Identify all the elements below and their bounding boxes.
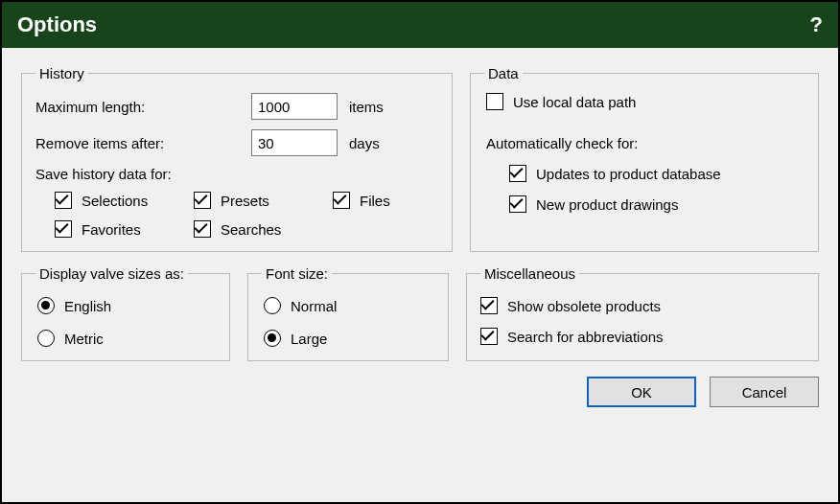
normal-radio[interactable]: Normal — [264, 297, 434, 314]
history-group: History Maximum length: items Remove ite… — [21, 65, 453, 252]
auto-check-label: Automatically check for: — [486, 135, 805, 151]
use-local-checkbox[interactable]: Use local data path — [486, 93, 805, 110]
updates-label: Updates to product database — [536, 166, 721, 182]
checkbox-icon — [480, 297, 498, 314]
display-radio-list: English Metric — [35, 293, 216, 347]
radio-icon — [37, 297, 55, 314]
titlebar: Options ? — [2, 2, 838, 48]
obsolete-label: Show obsolete products — [507, 298, 661, 314]
remove-after-input[interactable] — [251, 129, 338, 156]
radio-icon — [264, 297, 281, 314]
ok-button[interactable]: OK — [587, 377, 696, 407]
save-history-label: Save history data for: — [35, 166, 438, 182]
display-group: Display valve sizes as: English Metric — [21, 265, 230, 361]
use-local-label: Use local data path — [513, 94, 636, 110]
metric-label: Metric — [64, 331, 104, 347]
remove-after-row: Remove items after: days — [35, 129, 438, 156]
abbrev-label: Search for abbreviations — [507, 329, 664, 345]
button-bar: OK Cancel — [21, 377, 819, 407]
font-radio-list: Normal Large — [262, 293, 434, 347]
checkbox-icon — [333, 192, 350, 209]
drawings-checkbox[interactable]: New product drawings — [509, 195, 805, 213]
radio-icon — [264, 330, 281, 347]
save-history-checkboxes: Selections Presets Files Favorites Searc… — [35, 192, 438, 238]
selections-checkbox[interactable]: Selections — [55, 192, 194, 209]
max-length-input[interactable] — [251, 93, 338, 120]
remove-after-label: Remove items after: — [35, 135, 251, 151]
files-label: Files — [360, 193, 390, 209]
auto-check-list: Updates to product database New product … — [486, 165, 805, 213]
radio-icon — [37, 330, 55, 347]
history-legend: History — [35, 65, 88, 81]
max-length-label: Maximum length: — [35, 99, 251, 115]
misc-checkboxes: Show obsolete products Search for abbrev… — [480, 293, 805, 345]
updates-checkbox[interactable]: Updates to product database — [509, 165, 805, 182]
selections-label: Selections — [82, 193, 148, 209]
normal-label: Normal — [291, 298, 337, 314]
max-length-unit: items — [349, 99, 384, 115]
abbrev-checkbox[interactable]: Search for abbreviations — [480, 328, 805, 345]
drawings-label: New product drawings — [536, 196, 678, 213]
large-label: Large — [291, 331, 327, 347]
top-row: History Maximum length: items Remove ite… — [21, 65, 819, 252]
checkbox-icon — [55, 192, 72, 209]
english-radio[interactable]: English — [37, 297, 216, 314]
checkbox-icon — [486, 93, 503, 110]
misc-group: Miscellaneous Show obsolete products Sea… — [466, 265, 819, 361]
checkbox-icon — [480, 328, 498, 345]
metric-radio[interactable]: Metric — [37, 330, 216, 347]
display-legend: Display valve sizes as: — [35, 265, 188, 282]
searches-label: Searches — [221, 221, 281, 238]
large-radio[interactable]: Large — [264, 330, 434, 347]
data-group: Data Use local data path Automatically c… — [470, 65, 819, 252]
font-group: Font size: Normal Large — [247, 265, 449, 361]
window-title: Options — [17, 12, 97, 37]
presets-checkbox[interactable]: Presets — [194, 192, 333, 209]
data-legend: Data — [484, 65, 523, 81]
obsolete-checkbox[interactable]: Show obsolete products — [480, 297, 805, 314]
checkbox-icon — [509, 195, 526, 213]
favorites-label: Favorites — [82, 221, 141, 238]
help-button[interactable]: ? — [810, 12, 823, 37]
content-area: History Maximum length: items Remove ite… — [2, 48, 838, 502]
bottom-row: Display valve sizes as: English Metric F… — [21, 265, 819, 361]
files-checkbox[interactable]: Files — [333, 192, 438, 209]
font-legend: Font size: — [262, 265, 332, 282]
cancel-button[interactable]: Cancel — [710, 377, 819, 407]
checkbox-icon — [194, 192, 211, 209]
misc-legend: Miscellaneous — [480, 265, 579, 282]
favorites-checkbox[interactable]: Favorites — [55, 220, 194, 238]
checkbox-icon — [194, 220, 211, 238]
searches-checkbox[interactable]: Searches — [194, 220, 333, 238]
max-length-row: Maximum length: items — [35, 93, 438, 120]
data-inner: Use local data path Automatically check … — [484, 93, 805, 213]
remove-after-unit: days — [349, 135, 380, 151]
english-label: English — [64, 298, 111, 314]
checkbox-icon — [55, 220, 72, 238]
checkbox-icon — [509, 165, 526, 182]
presets-label: Presets — [221, 193, 269, 209]
